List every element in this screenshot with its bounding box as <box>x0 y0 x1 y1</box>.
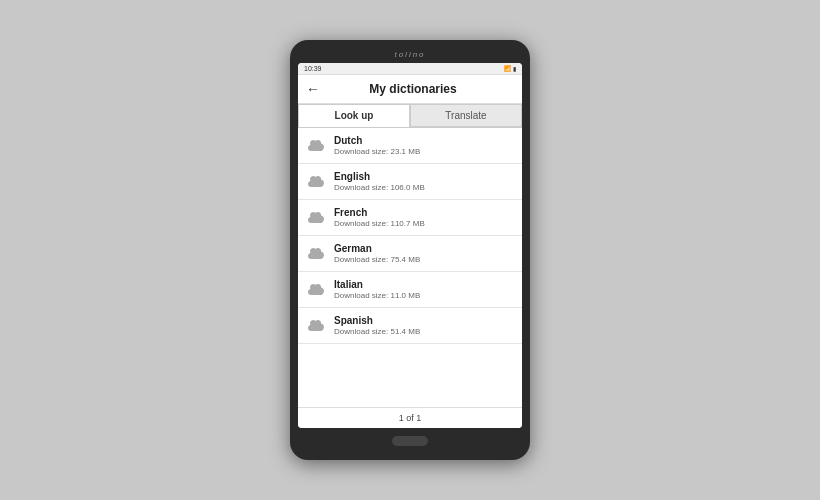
status-time: 10:39 <box>304 65 322 72</box>
dict-size: Download size: 75.4 MB <box>334 255 420 264</box>
device: tolino 10:39 📶 ▮ ← My dictionaries Look … <box>290 40 530 460</box>
battery-icon: ▮ <box>513 65 516 72</box>
dict-size: Download size: 51.4 MB <box>334 327 420 336</box>
dict-info: Italian Download size: 11.0 MB <box>334 279 420 300</box>
dict-info: Spanish Download size: 51.4 MB <box>334 315 420 336</box>
dict-info: English Download size: 106.0 MB <box>334 171 425 192</box>
dict-size: Download size: 110.7 MB <box>334 219 425 228</box>
list-item[interactable]: Italian Download size: 11.0 MB <box>298 272 522 308</box>
dict-size: Download size: 23.1 MB <box>334 147 420 156</box>
cloud-icon <box>306 318 326 334</box>
status-icons: 📶 ▮ <box>504 65 516 72</box>
list-item[interactable]: English Download size: 106.0 MB <box>298 164 522 200</box>
list-item[interactable]: French Download size: 110.7 MB <box>298 200 522 236</box>
cloud-icon <box>306 282 326 298</box>
dict-name: Spanish <box>334 315 420 326</box>
pagination: 1 of 1 <box>298 407 522 428</box>
dict-size: Download size: 11.0 MB <box>334 291 420 300</box>
cloud-icon <box>306 174 326 190</box>
title-bar: ← My dictionaries <box>298 75 522 104</box>
list-item[interactable]: Spanish Download size: 51.4 MB <box>298 308 522 344</box>
back-button[interactable]: ← <box>306 81 320 97</box>
cloud-icon <box>306 246 326 262</box>
dict-name: Italian <box>334 279 420 290</box>
dict-name: Dutch <box>334 135 420 146</box>
dict-info: French Download size: 110.7 MB <box>334 207 425 228</box>
tab-lookup[interactable]: Look up <box>298 104 410 127</box>
dict-name: English <box>334 171 425 182</box>
wifi-icon: 📶 <box>504 65 511 72</box>
cloud-icon <box>306 138 326 154</box>
tab-translate[interactable]: Translate <box>410 104 522 127</box>
dict-size: Download size: 106.0 MB <box>334 183 425 192</box>
page-title: My dictionaries <box>326 82 500 96</box>
list-item[interactable]: German Download size: 75.4 MB <box>298 236 522 272</box>
cloud-icon <box>306 210 326 226</box>
home-button[interactable] <box>392 436 428 446</box>
screen: 10:39 📶 ▮ ← My dictionaries Look up Tran… <box>298 63 522 428</box>
dict-name: German <box>334 243 420 254</box>
status-bar: 10:39 📶 ▮ <box>298 63 522 75</box>
dictionary-list: Dutch Download size: 23.1 MB English Dow… <box>298 128 522 407</box>
brand-label: tolino <box>394 50 425 59</box>
dict-info: German Download size: 75.4 MB <box>334 243 420 264</box>
tab-bar: Look up Translate <box>298 104 522 128</box>
list-item[interactable]: Dutch Download size: 23.1 MB <box>298 128 522 164</box>
dict-name: French <box>334 207 425 218</box>
dict-info: Dutch Download size: 23.1 MB <box>334 135 420 156</box>
